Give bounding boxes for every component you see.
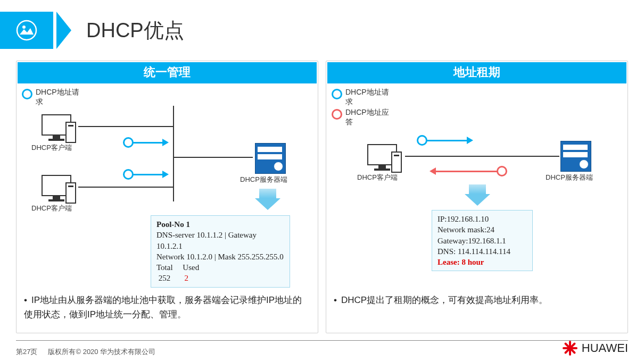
right-bullet: DHCP提出了租期的概念，可有效提高地址利用率。 xyxy=(334,293,620,307)
info-lease: Lease: 8 hour xyxy=(437,257,527,267)
huawei-petals-icon xyxy=(562,340,579,357)
pool-used: 2 xyxy=(185,274,189,282)
right-panel: 地址租期 DHCP地址请求 DHCP地址应答 xyxy=(326,61,628,333)
req-arrow-1 xyxy=(128,142,166,144)
image-icon xyxy=(0,12,53,49)
title-bar: DHCP优点 xyxy=(0,12,184,49)
client1-label: DHCP客户端 xyxy=(31,143,69,153)
bus-vline xyxy=(173,106,174,201)
pool-title: Pool-No 1 xyxy=(156,219,284,230)
chevron-icon xyxy=(56,12,71,49)
left-panel-header: 统一管理 xyxy=(18,62,317,83)
legend-reply-icon xyxy=(332,109,342,120)
reply-arrow xyxy=(433,171,502,172)
link-line xyxy=(405,156,559,157)
pool-total-label: Total xyxy=(156,263,173,272)
panels-container: 统一管理 DHCP地址请求 DHCP客户端 xyxy=(16,61,628,333)
client2-label: DHCP客户端 xyxy=(31,204,69,213)
left-panel: 统一管理 DHCP地址请求 DHCP客户端 xyxy=(16,61,318,333)
client-pc-right: DHCP客户端 xyxy=(364,144,401,182)
right-panel-header: 地址租期 xyxy=(327,62,626,83)
server-label-right: DHCP服务器端 xyxy=(546,173,593,182)
page-number: 第27页 xyxy=(16,347,37,357)
info-gw: Gateway:192.168.1.1 xyxy=(437,235,527,246)
brand-text: HUAWEI xyxy=(582,341,628,355)
legend-reply-label: DHCP地址应答 xyxy=(345,108,393,127)
info-dns: DNS: 114.114.114.114 xyxy=(437,246,527,257)
server-label-left: DHCP服务器端 xyxy=(240,175,287,184)
legend-request-label: DHCP地址请求 xyxy=(36,88,84,107)
client-label-right: DHCP客户端 xyxy=(357,173,394,182)
dhcp-server-left xyxy=(255,143,286,174)
info-mask: Network mask:24 xyxy=(437,224,527,235)
pool-info-box: Pool-No 1 DNS-server 10.1.1.2 | Gateway … xyxy=(151,215,290,288)
client-pc-2: DHCP客户端 xyxy=(38,175,75,213)
bus-h3 xyxy=(173,157,253,158)
svg-point-1 xyxy=(22,26,26,29)
footer: 第27页 版权所有© 2020 华为技术有限公司 HUAWEI xyxy=(16,340,628,357)
pool-line1: DNS-server 10.1.1.2 | Gateway 10.1.2.1 xyxy=(156,230,284,251)
req-arrow-2 xyxy=(128,174,166,175)
info-ip: IP:192.168.1.10 xyxy=(437,214,527,224)
legend-req-label: DHCP地址请求 xyxy=(345,88,393,107)
bus-h2 xyxy=(78,187,173,188)
svg-point-0 xyxy=(17,21,36,40)
legend-req-icon xyxy=(332,89,342,99)
client-pc-1: DHCP客户端 xyxy=(38,114,75,153)
slide-title: DHCP优点 xyxy=(86,17,184,44)
req-arrow-right xyxy=(422,140,470,141)
bus-h1 xyxy=(78,126,173,127)
right-legend: DHCP地址请求 DHCP地址应答 xyxy=(332,88,393,128)
copyright: 版权所有© 2020 华为技术有限公司 xyxy=(48,347,155,357)
huawei-logo: HUAWEI xyxy=(562,340,628,357)
dhcp-server-right xyxy=(560,141,591,172)
down-arrow-right xyxy=(465,184,490,206)
legend-request-icon xyxy=(22,89,32,99)
left-bullet: IP地址由从服务器端的地址池中获取，服务器端会记录维护IP地址的使用状态，做到I… xyxy=(24,293,310,322)
lease-info-box: IP:192.168.1.10 Network mask:24 Gateway:… xyxy=(432,210,533,271)
down-arrow-left xyxy=(255,189,280,210)
left-legend: DHCP地址请求 xyxy=(22,88,84,108)
pool-line2: Network 10.1.2.0 | Mask 255.255.255.0 xyxy=(156,251,284,262)
pool-used-label: Used xyxy=(183,263,199,272)
pool-total: 252 xyxy=(159,274,171,282)
